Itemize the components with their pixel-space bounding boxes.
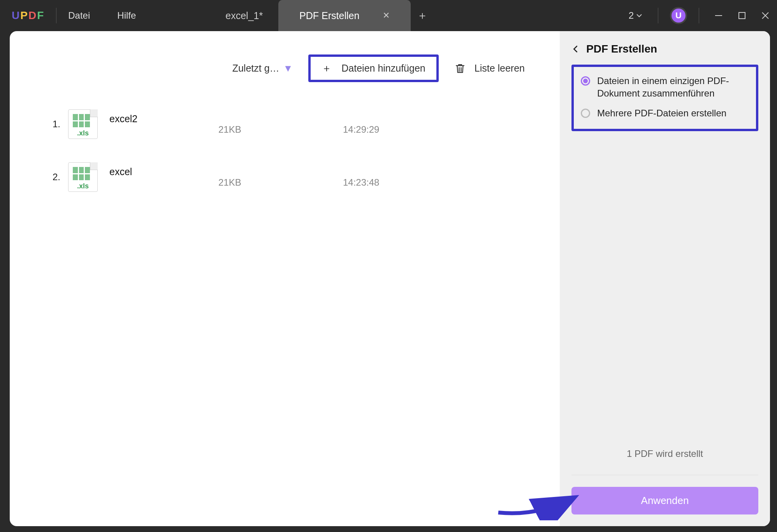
close-icon <box>761 11 770 20</box>
sort-label: Zuletzt g… <box>232 63 280 74</box>
apply-button[interactable]: Anwenden <box>571 487 758 514</box>
tab-pdf-erstellen[interactable]: PDF Erstellen ✕ <box>278 0 411 31</box>
file-size: 21KB <box>218 177 343 188</box>
tab-label: excel_1* <box>225 10 263 21</box>
counter-value: 2 <box>629 10 634 21</box>
main-panel: Zuletzt g… ▼ ＋ Dateien hinzufügen Liste … <box>10 31 560 526</box>
list-toolbar: Zuletzt g… ▼ ＋ Dateien hinzufügen Liste … <box>33 54 536 82</box>
sort-dropdown[interactable]: Zuletzt g… ▼ <box>232 63 293 74</box>
plus-icon: ＋ <box>322 61 332 75</box>
xls-file-icon: .xls <box>68 162 98 192</box>
row-number: 2. <box>53 172 68 183</box>
side-panel: PDF Erstellen Dateien in einem einzigen … <box>560 31 770 526</box>
maximize-button[interactable] <box>730 4 754 27</box>
divider <box>56 8 56 23</box>
minimize-button[interactable] <box>707 4 730 27</box>
radio-unselected-icon <box>581 109 590 118</box>
side-header: PDF Erstellen <box>571 43 758 55</box>
trash-icon <box>454 63 466 74</box>
new-tab-button[interactable]: ＋ <box>411 0 434 31</box>
file-row[interactable]: 2. .xls excel 21KB 14:23:48 <box>33 151 536 204</box>
option-merge-label: Dateien in einem einzigen PDF-Dokument z… <box>597 75 749 100</box>
chevron-down-icon <box>636 12 642 19</box>
window-counter[interactable]: 2 <box>629 10 642 21</box>
file-size: 21KB <box>218 124 343 135</box>
chevron-left-icon[interactable] <box>571 45 580 53</box>
avatar[interactable]: U <box>670 7 687 24</box>
file-name: excel2 <box>109 113 218 125</box>
file-ext: .xls <box>68 182 98 190</box>
status-text: 1 PDF wird erstellt <box>571 448 758 459</box>
side-title: PDF Erstellen <box>586 43 657 55</box>
file-ext: .xls <box>68 129 98 137</box>
close-button[interactable] <box>754 4 777 27</box>
chevron-down-icon: ▼ <box>283 63 293 74</box>
close-icon[interactable]: ✕ <box>383 11 390 21</box>
add-files-label: Dateien hinzufügen <box>341 63 425 74</box>
row-number: 1. <box>53 119 68 130</box>
xls-file-icon: .xls <box>68 109 98 139</box>
titlebar: UPDF Datei Hilfe excel_1* PDF Erstellen … <box>0 0 777 31</box>
option-multiple-label: Mehrere PDF-Dateien erstellen <box>597 107 726 119</box>
file-time: 14:29:29 <box>343 124 379 135</box>
divider <box>699 8 699 23</box>
option-multiple-pdf[interactable]: Mehrere PDF-Dateien erstellen <box>581 107 749 119</box>
pdf-options-card: Dateien in einem einzigen PDF-Dokument z… <box>571 65 758 131</box>
menu-file[interactable]: Datei <box>68 10 90 21</box>
clear-list-label: Liste leeren <box>475 63 525 74</box>
maximize-icon <box>738 11 746 20</box>
file-row[interactable]: 1. .xls excel2 21KB 14:29:29 <box>33 98 536 151</box>
option-merge-single[interactable]: Dateien in einem einzigen PDF-Dokument z… <box>581 75 749 100</box>
clear-list-button[interactable]: Liste leeren <box>454 63 525 74</box>
divider <box>658 8 658 23</box>
file-time: 14:23:48 <box>343 177 379 188</box>
add-files-button[interactable]: ＋ Dateien hinzufügen <box>308 54 438 82</box>
tab-bar: excel_1* PDF Erstellen ✕ ＋ <box>210 0 434 31</box>
minimize-icon <box>714 11 723 20</box>
svg-rect-1 <box>739 12 745 19</box>
workspace: Zuletzt g… ▼ ＋ Dateien hinzufügen Liste … <box>10 31 770 526</box>
tab-excel1[interactable]: excel_1* <box>210 0 278 31</box>
file-list-card: Zuletzt g… ▼ ＋ Dateien hinzufügen Liste … <box>33 54 536 204</box>
radio-selected-icon <box>581 76 590 86</box>
file-name: excel <box>109 166 218 177</box>
tab-label: PDF Erstellen <box>299 10 359 21</box>
divider <box>571 475 758 475</box>
menu-help[interactable]: Hilfe <box>117 10 136 21</box>
app-logo: UPDF <box>12 9 44 22</box>
